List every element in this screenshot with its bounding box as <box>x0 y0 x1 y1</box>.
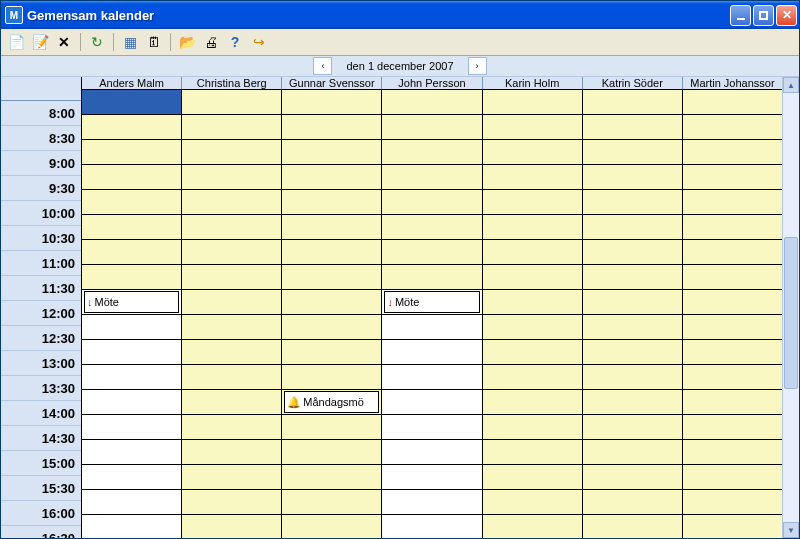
time-slot[interactable] <box>683 165 782 190</box>
time-slot[interactable] <box>583 415 682 440</box>
person-header[interactable]: Christina Berg <box>182 77 282 89</box>
time-slot[interactable] <box>483 115 582 140</box>
person-header[interactable]: Anders Malm <box>82 77 182 89</box>
time-slot[interactable] <box>182 115 281 140</box>
time-slot[interactable] <box>382 115 481 140</box>
time-slot[interactable] <box>483 515 582 538</box>
time-slot[interactable] <box>282 415 381 440</box>
time-slot[interactable] <box>382 415 481 440</box>
time-slot[interactable] <box>182 190 281 215</box>
time-slot[interactable] <box>683 440 782 465</box>
calendar-event[interactable]: 🔔Måndagsmö <box>284 391 379 413</box>
time-slot[interactable] <box>182 465 281 490</box>
scroll-thumb[interactable] <box>784 237 798 389</box>
time-slot[interactable] <box>683 265 782 290</box>
time-slot[interactable] <box>483 215 582 240</box>
time-slot[interactable] <box>583 490 682 515</box>
time-slot[interactable] <box>483 240 582 265</box>
time-slot[interactable] <box>583 515 682 538</box>
time-slot[interactable] <box>683 315 782 340</box>
color-calendar-button[interactable]: 🗓 <box>143 31 165 53</box>
time-slot[interactable] <box>82 415 181 440</box>
time-slot[interactable] <box>282 90 381 115</box>
time-slot[interactable] <box>282 515 381 538</box>
time-slot[interactable] <box>82 140 181 165</box>
help-button[interactable]: ? <box>224 31 246 53</box>
time-slot[interactable] <box>583 165 682 190</box>
exit-button[interactable]: ↪ <box>248 31 270 53</box>
time-slot[interactable] <box>683 340 782 365</box>
time-slot[interactable] <box>683 415 782 440</box>
time-slot[interactable] <box>683 365 782 390</box>
time-slot[interactable] <box>583 290 682 315</box>
time-slot[interactable] <box>382 365 481 390</box>
maximize-button[interactable] <box>753 5 774 26</box>
time-slot[interactable] <box>182 415 281 440</box>
time-slot[interactable] <box>82 315 181 340</box>
time-slot[interactable] <box>282 315 381 340</box>
time-slot[interactable] <box>282 440 381 465</box>
refresh-button[interactable]: ↻ <box>86 31 108 53</box>
time-slot[interactable] <box>683 290 782 315</box>
time-slot[interactable] <box>583 215 682 240</box>
time-slot[interactable] <box>82 90 181 115</box>
time-slot[interactable] <box>583 90 682 115</box>
time-slot[interactable] <box>182 340 281 365</box>
time-slot[interactable] <box>483 415 582 440</box>
time-slot[interactable] <box>683 465 782 490</box>
calendar-button[interactable]: ▦ <box>119 31 141 53</box>
time-slot[interactable] <box>382 490 481 515</box>
print-button[interactable]: 🖨 <box>200 31 222 53</box>
time-slot[interactable] <box>683 140 782 165</box>
open-button[interactable]: 📂 <box>176 31 198 53</box>
time-slot[interactable] <box>382 440 481 465</box>
time-slot[interactable] <box>483 490 582 515</box>
time-slot[interactable] <box>282 340 381 365</box>
time-slot[interactable] <box>382 515 481 538</box>
person-header[interactable]: Karin Holm <box>483 77 583 89</box>
time-slot[interactable] <box>483 340 582 365</box>
time-slot[interactable] <box>583 315 682 340</box>
time-slot[interactable] <box>82 265 181 290</box>
time-slot[interactable] <box>282 215 381 240</box>
time-slot[interactable] <box>583 440 682 465</box>
time-slot[interactable] <box>683 190 782 215</box>
time-slot[interactable] <box>282 140 381 165</box>
time-slot[interactable] <box>82 340 181 365</box>
time-slot[interactable] <box>282 190 381 215</box>
time-slot[interactable] <box>182 315 281 340</box>
time-slot[interactable] <box>82 365 181 390</box>
time-slot[interactable] <box>282 240 381 265</box>
time-slot[interactable] <box>282 165 381 190</box>
time-slot[interactable] <box>382 390 481 415</box>
time-slot[interactable] <box>683 390 782 415</box>
edit-button[interactable]: 📝 <box>29 31 51 53</box>
calendar-event[interactable]: ↓Möte <box>384 291 479 313</box>
time-slot[interactable] <box>583 365 682 390</box>
time-slot[interactable] <box>683 215 782 240</box>
time-slot[interactable] <box>182 165 281 190</box>
time-slot[interactable] <box>683 515 782 538</box>
person-header[interactable]: Katrin Söder <box>583 77 683 89</box>
time-slot[interactable] <box>483 440 582 465</box>
time-slot[interactable] <box>82 240 181 265</box>
time-slot[interactable] <box>483 315 582 340</box>
time-slot[interactable] <box>282 265 381 290</box>
time-slot[interactable] <box>382 215 481 240</box>
time-slot[interactable] <box>182 265 281 290</box>
close-button[interactable] <box>776 5 797 26</box>
time-slot[interactable] <box>483 390 582 415</box>
time-slot[interactable] <box>483 190 582 215</box>
scroll-down-button[interactable]: ▼ <box>783 522 799 538</box>
time-slot[interactable] <box>382 240 481 265</box>
time-slot[interactable] <box>483 465 582 490</box>
time-slot[interactable] <box>182 390 281 415</box>
time-slot[interactable] <box>683 90 782 115</box>
time-slot[interactable] <box>382 465 481 490</box>
time-slot[interactable] <box>282 365 381 390</box>
time-slot[interactable] <box>82 390 181 415</box>
new-button[interactable]: 📄 <box>5 31 27 53</box>
time-slot[interactable] <box>82 190 181 215</box>
time-slot[interactable] <box>583 115 682 140</box>
scroll-up-button[interactable]: ▲ <box>783 77 799 93</box>
